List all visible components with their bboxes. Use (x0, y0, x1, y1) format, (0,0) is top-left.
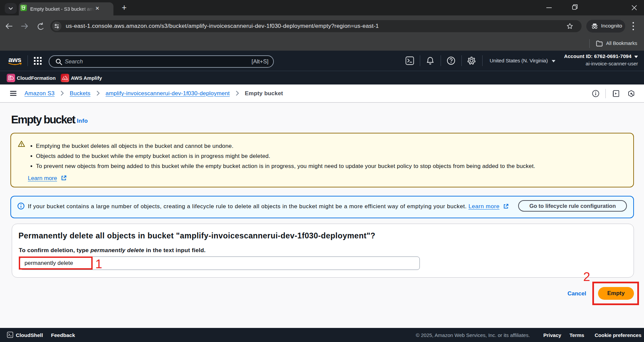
svg-text:aws: aws (8, 56, 21, 63)
